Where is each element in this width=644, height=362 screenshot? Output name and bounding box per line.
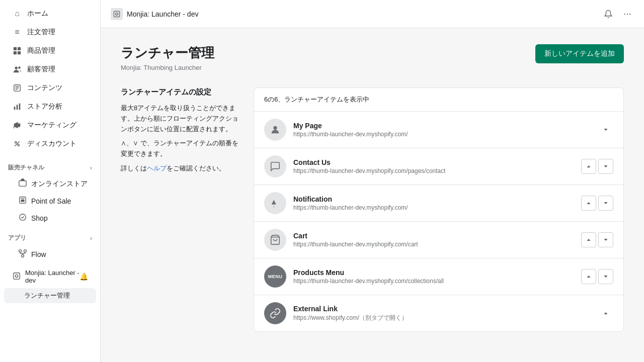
external-link-up-button[interactable]: [598, 306, 613, 321]
page-title: ランチャー管理: [121, 44, 214, 62]
new-item-button[interactable]: 新しいアイテムを追加: [535, 44, 624, 63]
pos-icon: [18, 196, 27, 206]
flow-icon: [18, 249, 27, 259]
products-menu-down-button[interactable]: [598, 269, 613, 284]
page-subtitle: Monjia: Thumbing Launcher: [121, 64, 214, 71]
cart-url: https://thumb-launcher-dev.myshopify.com…: [293, 241, 574, 248]
notification-name: Notification: [293, 195, 574, 203]
app-entry[interactable]: Monjia: Launcher - dev 🔔: [4, 266, 96, 287]
settings-heading: ランチャーアイテムの設定: [121, 87, 242, 97]
products-menu-controls: [581, 269, 613, 284]
sidebar-item-discounts[interactable]: ディスカウント: [4, 135, 96, 153]
sales-channels-section: 販売チャネル ›: [0, 157, 100, 174]
content-layout: ランチャーアイテムの設定 最大8アイテムを取り扱うことができます。上から順にフロ…: [121, 87, 624, 332]
my-page-url: https://thumb-launcher-dev.myshopify.com…: [293, 131, 591, 138]
sidebar-leaf-launcher[interactable]: ランチャー管理: [4, 288, 96, 303]
svg-rect-13: [18, 123, 21, 127]
settings-desc1: 最大8アイテムを取り扱うことができます。上から順にフローティングアクションボタン…: [121, 103, 242, 134]
svg-point-32: [15, 275, 18, 277]
launcher-item-external-link: External Link https://www.shopify.com/（別…: [254, 295, 623, 331]
launcher-item-products-menu: MENU Products Menu https://thumb-launche…: [254, 258, 623, 295]
notification-controls: [581, 196, 613, 211]
svg-rect-18: [19, 181, 26, 187]
products-menu-up-button[interactable]: [581, 269, 596, 284]
cart-down-button[interactable]: [598, 232, 613, 247]
svg-point-38: [273, 126, 277, 130]
sidebar-item-shop[interactable]: Shop: [4, 210, 96, 226]
help-link[interactable]: ヘルプ: [147, 164, 167, 172]
cart-icon: [264, 229, 286, 251]
my-page-icon: [264, 119, 286, 141]
launcher-item-notification: Notification https://thumb-launcher-dev.…: [254, 185, 623, 222]
analytics-icon: [12, 102, 22, 112]
svg-rect-24: [24, 250, 27, 252]
svg-point-39: [273, 206, 274, 207]
sidebar: ⌂ ホーム ≡ 注文管理 商品管理 顧客管理 コンテンツ: [0, 0, 101, 362]
topbar-right: [602, 8, 634, 21]
my-page-down-button[interactable]: [598, 122, 613, 137]
svg-rect-10: [14, 107, 16, 110]
cart-up-button[interactable]: [581, 232, 596, 247]
my-page-info: My Page https://thumb-launcher-dev.mysho…: [293, 122, 591, 138]
svg-rect-2: [14, 51, 17, 54]
notification-info: Notification https://thumb-launcher-dev.…: [293, 195, 574, 211]
sidebar-item-online-store[interactable]: オンラインストア: [4, 175, 96, 192]
external-link-controls: [598, 306, 613, 321]
notification-url: https://thumb-launcher-dev.myshopify.com…: [293, 204, 574, 211]
external-link-icon: [264, 302, 286, 324]
sidebar-item-orders[interactable]: ≡ 注文管理: [4, 23, 96, 41]
notification-up-button[interactable]: [581, 196, 596, 211]
svg-line-17: [15, 142, 20, 146]
svg-rect-33: [114, 11, 119, 17]
sidebar-item-customers[interactable]: 顧客管理: [4, 60, 96, 78]
sales-channels-chevron: ›: [90, 164, 92, 171]
svg-point-37: [629, 13, 630, 14]
notification-down-button[interactable]: [598, 196, 613, 211]
app-entry-icon: [12, 272, 21, 282]
svg-rect-3: [18, 51, 21, 54]
sidebar-item-content[interactable]: コンテンツ: [4, 79, 96, 97]
svg-point-35: [624, 13, 625, 14]
sidebar-item-point-of-sale[interactable]: Point of Sale: [4, 193, 96, 209]
app-entry-bell-icon: 🔔: [79, 273, 88, 281]
contact-us-icon: [264, 155, 286, 177]
svg-point-15: [15, 142, 17, 144]
cart-name: Cart: [293, 232, 574, 240]
svg-rect-23: [19, 250, 22, 252]
contact-us-controls: [581, 159, 613, 174]
contact-us-up-button[interactable]: [581, 159, 596, 174]
topbar-bell-button[interactable]: [602, 8, 615, 21]
topbar-left: Monjia: Launcher - dev: [111, 8, 198, 20]
items-panel: 6の6、ランチャーアイテムを表示中 My Page https://thumb-…: [254, 87, 624, 332]
topbar-title: Monjia: Launcher - dev: [127, 10, 198, 18]
svg-rect-0: [14, 47, 17, 50]
my-page-name: My Page: [293, 122, 591, 130]
svg-point-36: [627, 13, 628, 14]
sidebar-item-flow[interactable]: Flow: [4, 246, 96, 262]
apps-chevron: ›: [90, 235, 92, 242]
page-title-group: ランチャー管理 Monjia: Thumbing Launcher: [121, 44, 214, 71]
svg-rect-31: [14, 273, 20, 279]
svg-point-4: [15, 67, 18, 69]
sidebar-item-home[interactable]: ⌂ ホーム: [4, 5, 96, 23]
apps-section: アプリ ›: [0, 228, 100, 244]
topbar-app-icon: [111, 8, 123, 20]
sidebar-item-products[interactable]: 商品管理: [4, 42, 96, 60]
shop-icon: [18, 213, 27, 223]
contact-us-down-button[interactable]: [598, 159, 613, 174]
products-menu-icon: MENU: [264, 265, 286, 288]
notification-icon: [264, 192, 286, 214]
sidebar-item-analytics[interactable]: ストア分析: [4, 98, 96, 116]
main-content: Monjia: Launcher - dev ランチャー管理 Monjia: T…: [101, 0, 644, 362]
page-content: ランチャー管理 Monjia: Thumbing Launcher 新しいアイテ…: [101, 28, 644, 362]
products-menu-url: https://thumb-launcher-dev.myshopify.com…: [293, 278, 574, 285]
online-store-icon: [18, 178, 27, 189]
cart-info: Cart https://thumb-launcher-dev.myshopif…: [293, 232, 574, 248]
orders-icon: ≡: [12, 27, 22, 37]
page-header: ランチャー管理 Monjia: Thumbing Launcher 新しいアイテ…: [121, 44, 624, 71]
topbar-more-button[interactable]: [621, 8, 634, 21]
launcher-item-cart: Cart https://thumb-launcher-dev.myshopif…: [254, 222, 623, 258]
marketing-icon: [12, 120, 22, 130]
sidebar-item-marketing[interactable]: マーケティング: [4, 116, 96, 134]
svg-point-34: [116, 13, 118, 15]
